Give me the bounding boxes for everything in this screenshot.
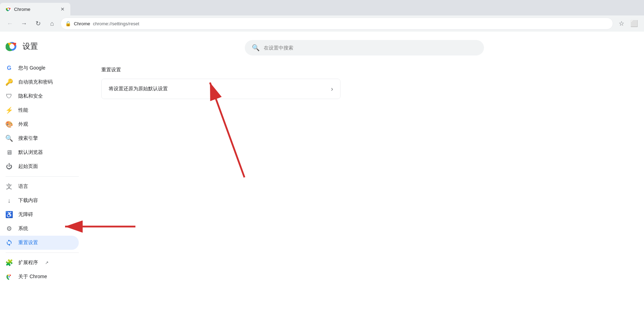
search-input[interactable]	[264, 45, 477, 51]
back-button[interactable]: ←	[4, 18, 15, 29]
nav-right-buttons: ☆ ⬜	[616, 18, 640, 29]
external-link-icon: ↗	[45, 260, 49, 265]
sidebar-item-search[interactable]: 🔍 搜索引擎	[0, 131, 79, 145]
search-bar[interactable]: 🔍	[245, 40, 484, 55]
extension-icon: 🧩	[6, 259, 13, 266]
main-content: 🔍 重置设置 将设置还原为原始默认设置 ›	[84, 32, 644, 314]
sidebar-label-privacy: 隐私和安全	[18, 93, 43, 99]
security-icon: 🔒	[65, 21, 71, 26]
sidebar-item-system[interactable]: ⚙ 系统	[0, 222, 79, 236]
svg-point-5	[9, 44, 14, 49]
sidebar-item-about[interactable]: 关于 Chrome	[0, 270, 79, 284]
gauge-icon: ⚡	[6, 107, 13, 114]
address-bar[interactable]: 🔒 Chrome chrome://settings/reset	[60, 18, 613, 30]
key-icon: 🔑	[6, 79, 13, 86]
about-chrome-icon	[6, 273, 13, 280]
active-tab[interactable]: Chrome ✕	[0, 3, 70, 15]
reset-icon	[6, 239, 13, 246]
sidebar-item-google[interactable]: G 您与 Google	[0, 61, 79, 75]
reset-defaults-row[interactable]: 将设置还原为原始默认设置 ›	[102, 79, 340, 99]
search-nav-icon: 🔍	[6, 135, 13, 142]
sidebar-title: 设置	[23, 41, 38, 52]
section-title: 重置设置	[101, 67, 627, 73]
sidebar-item-autofill[interactable]: 🔑 自动填充和密码	[0, 75, 79, 89]
sidebar-item-performance[interactable]: ⚡ 性能	[0, 103, 79, 117]
shield-icon: 🛡	[6, 93, 13, 100]
power-icon: ⏻	[6, 163, 13, 170]
sidebar-item-extensions[interactable]: 🧩 扩展程序 ↗	[0, 256, 79, 270]
tab-close-button[interactable]: ✕	[60, 6, 65, 12]
browser-icon: 🖥	[6, 149, 13, 156]
home-button[interactable]: ⌂	[46, 18, 58, 29]
settings-card: 将设置还原为原始默认设置 ›	[101, 79, 340, 99]
sidebar-item-accessibility[interactable]: ♿ 无障碍	[0, 208, 79, 222]
nav-bar: ← → ↻ ⌂ 🔒 Chrome chrome://settings/reset…	[0, 15, 644, 32]
sidebar-header: 设置	[0, 37, 84, 61]
sidebar-label-accessibility: 无障碍	[18, 211, 33, 218]
site-name: Chrome	[74, 21, 90, 26]
sidebar-label-system: 系统	[18, 225, 28, 232]
address-url: chrome://settings/reset	[93, 21, 139, 26]
sidebar-label-search: 搜索引擎	[18, 135, 38, 142]
sidebar-label-autofill: 自动填充和密码	[18, 79, 53, 85]
sidebar-label-about: 关于 Chrome	[18, 274, 47, 280]
sidebar-item-downloads[interactable]: ↓ 下载内容	[0, 194, 79, 208]
svg-point-8	[8, 276, 10, 277]
system-icon: ⚙	[6, 225, 13, 232]
svg-point-1	[8, 8, 9, 10]
sidebar-item-startup[interactable]: ⏻ 起始页面	[0, 159, 79, 174]
sidebar-label-startup: 起始页面	[18, 163, 38, 170]
language-icon: 文	[6, 183, 13, 190]
sidebar-label-reset: 重置设置	[18, 240, 38, 246]
extensions-button[interactable]: ⬜	[629, 18, 640, 29]
search-icon: 🔍	[252, 44, 260, 52]
sidebar-label-appearance: 外观	[18, 121, 28, 127]
sidebar-item-appearance[interactable]: 🎨 外观	[0, 117, 79, 131]
sidebar-label-browser: 默认浏览器	[18, 149, 43, 156]
tab-favicon	[6, 6, 11, 12]
row-arrow-icon: ›	[331, 85, 333, 93]
bookmark-button[interactable]: ☆	[616, 18, 627, 29]
tab-title: Chrome	[14, 7, 58, 12]
sidebar-item-privacy[interactable]: 🛡 隐私和安全	[0, 89, 79, 103]
sidebar-label-downloads: 下载内容	[18, 197, 38, 204]
forward-button[interactable]: →	[18, 18, 30, 29]
sidebar: 设置 G 您与 Google 🔑 自动填充和密码 🛡 隐私和安全 ⚡ 性能 🎨 …	[0, 32, 84, 314]
palette-icon: 🎨	[6, 121, 13, 128]
accessibility-icon: ♿	[6, 211, 13, 218]
nav-divider-1	[6, 176, 79, 177]
sidebar-item-reset[interactable]: 重置设置	[0, 236, 79, 250]
browser-chrome: Chrome ✕ ← → ↻ ⌂ 🔒 Chrome chrome://setti…	[0, 0, 644, 32]
nav-divider-2	[6, 253, 79, 253]
app-container: 设置 G 您与 Google 🔑 自动填充和密码 🛡 隐私和安全 ⚡ 性能 🎨 …	[0, 32, 644, 314]
reset-defaults-label: 将设置还原为原始默认设置	[109, 86, 331, 92]
google-icon: G	[6, 65, 13, 72]
sidebar-label-google: 您与 Google	[18, 65, 45, 71]
search-bar-wrapper: 🔍	[101, 40, 627, 55]
sidebar-item-browser[interactable]: 🖥 默认浏览器	[0, 145, 79, 159]
download-icon: ↓	[6, 197, 13, 204]
sidebar-label-extensions: 扩展程序	[18, 260, 38, 266]
sidebar-label-performance: 性能	[18, 107, 28, 113]
sidebar-label-language: 语言	[18, 183, 28, 190]
chrome-logo-icon	[6, 40, 18, 53]
tab-bar: Chrome ✕	[0, 0, 644, 15]
reload-button[interactable]: ↻	[32, 18, 44, 29]
sidebar-item-language[interactable]: 文 语言	[0, 179, 79, 194]
